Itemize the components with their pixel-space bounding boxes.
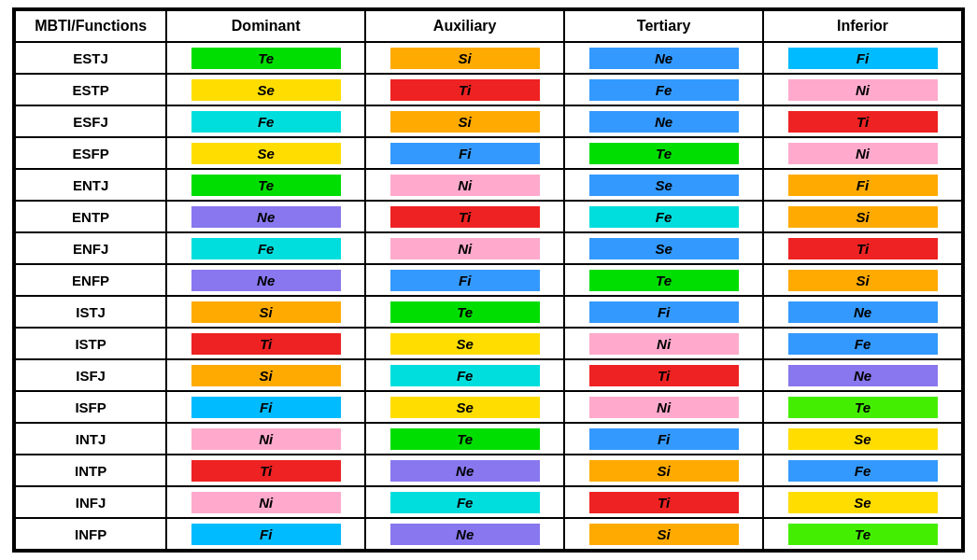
tertiary-cell: Fi — [564, 296, 763, 328]
inferior-function: Fi — [788, 48, 938, 69]
auxiliary-function: Ni — [390, 175, 540, 196]
dominant-function: Fe — [191, 111, 341, 133]
tertiary-cell: Se — [564, 169, 763, 201]
inferior-function: Fi — [788, 175, 938, 196]
tertiary-function: Ti — [589, 492, 739, 513]
tertiary-function: Te — [589, 143, 739, 164]
header-dominant: Dominant — [166, 10, 365, 42]
mbti-type-label: INTJ — [15, 423, 166, 455]
tertiary-cell: Ni — [564, 328, 763, 359]
inferior-cell: Fe — [763, 328, 962, 359]
inferior-cell: Ne — [763, 359, 962, 391]
dominant-cell: Ne — [166, 201, 365, 232]
tertiary-function: Fi — [589, 428, 739, 450]
table-row: ESTPSeTiFeNi — [15, 74, 962, 105]
dominant-cell: Ne — [166, 264, 365, 296]
inferior-cell: Se — [763, 423, 962, 455]
tertiary-cell: Si — [564, 518, 763, 550]
inferior-cell: Si — [763, 201, 962, 232]
dominant-cell: Si — [166, 296, 365, 328]
inferior-function: Ne — [788, 365, 938, 386]
table-row: ESFJFeSiNeTi — [15, 105, 962, 137]
table-row: ENTJTeNiSeFi — [15, 169, 962, 201]
tertiary-function: Ni — [589, 333, 739, 355]
tertiary-cell: Ti — [564, 359, 763, 391]
inferior-function: Fe — [788, 333, 938, 355]
tertiary-cell: Te — [564, 137, 763, 169]
inferior-function: Ne — [788, 301, 938, 323]
auxiliary-function: Fe — [390, 365, 540, 386]
auxiliary-cell: Te — [365, 296, 564, 328]
auxiliary-function: Si — [390, 111, 540, 133]
tertiary-function: Ne — [589, 111, 739, 133]
inferior-cell: Fi — [763, 169, 962, 201]
inferior-cell: Fi — [763, 42, 962, 74]
tertiary-function: Fe — [589, 206, 739, 228]
dominant-cell: Si — [166, 359, 365, 391]
auxiliary-cell: Ne — [365, 455, 564, 486]
table-row: ISTPTiSeNiFe — [15, 328, 962, 359]
dominant-function: Fe — [191, 238, 341, 259]
mbti-type-label: INFP — [15, 518, 166, 550]
dominant-cell: Te — [166, 169, 365, 201]
tertiary-cell: Fi — [564, 423, 763, 455]
table-row: ENFJFeNiSeTi — [15, 232, 962, 264]
dominant-function: Fi — [191, 397, 341, 418]
inferior-cell: Te — [763, 391, 962, 423]
dominant-function: Ni — [191, 428, 341, 450]
header-inferior: Inferior — [763, 10, 962, 42]
mbti-type-label: INTP — [15, 455, 166, 486]
dominant-function: Se — [191, 79, 341, 101]
mbti-type-label: ENTP — [15, 201, 166, 232]
dominant-function: Te — [191, 48, 341, 69]
auxiliary-cell: Fi — [365, 137, 564, 169]
auxiliary-cell: Ti — [365, 74, 564, 105]
dominant-cell: Te — [166, 42, 365, 74]
tertiary-function: Te — [589, 270, 739, 291]
header-row: MBTI/Functions Dominant Auxiliary Tertia… — [15, 10, 962, 42]
header-mbti: MBTI/Functions — [15, 10, 166, 42]
auxiliary-function: Ne — [390, 524, 540, 545]
inferior-function: Te — [788, 524, 938, 545]
auxiliary-function: Te — [390, 301, 540, 323]
mbti-type-label: ISTP — [15, 328, 166, 359]
inferior-function: Ni — [788, 143, 938, 164]
inferior-cell: Ni — [763, 137, 962, 169]
dominant-cell: Ni — [166, 423, 365, 455]
tertiary-function: Se — [589, 238, 739, 259]
tertiary-cell: Se — [564, 232, 763, 264]
dominant-cell: Ti — [166, 455, 365, 486]
tertiary-function: Fe — [589, 79, 739, 101]
tertiary-cell: Ti — [564, 486, 763, 518]
dominant-cell: Fe — [166, 232, 365, 264]
auxiliary-cell: Ni — [365, 169, 564, 201]
dominant-function: Ti — [191, 460, 341, 482]
table-row: INTJNiTeFiSe — [15, 423, 962, 455]
header-tertiary: Tertiary — [564, 10, 763, 42]
dominant-function: Ne — [191, 206, 341, 228]
tertiary-cell: Te — [564, 264, 763, 296]
auxiliary-function: Te — [390, 428, 540, 450]
mbti-type-label: ISFP — [15, 391, 166, 423]
inferior-cell: Ne — [763, 296, 962, 328]
tertiary-function: Ti — [589, 365, 739, 386]
auxiliary-function: Ti — [390, 79, 540, 101]
dominant-function: Ne — [191, 270, 341, 291]
dominant-function: Te — [191, 175, 341, 196]
dominant-cell: Fi — [166, 518, 365, 550]
tertiary-cell: Fe — [564, 74, 763, 105]
auxiliary-cell: Ni — [365, 232, 564, 264]
mbti-type-label: ESTP — [15, 74, 166, 105]
mbti-type-label: INFJ — [15, 486, 166, 518]
auxiliary-function: Ni — [390, 238, 540, 259]
inferior-cell: Te — [763, 518, 962, 550]
inferior-function: Ni — [788, 79, 938, 101]
inferior-function: Fe — [788, 460, 938, 482]
table-row: ISFJSiFeTiNe — [15, 359, 962, 391]
mbti-type-label: ISFJ — [15, 359, 166, 391]
table-row: ISTJSiTeFiNe — [15, 296, 962, 328]
tertiary-function: Se — [589, 175, 739, 196]
inferior-function: Se — [788, 428, 938, 450]
mbti-type-label: ESFP — [15, 137, 166, 169]
auxiliary-cell: Se — [365, 328, 564, 359]
